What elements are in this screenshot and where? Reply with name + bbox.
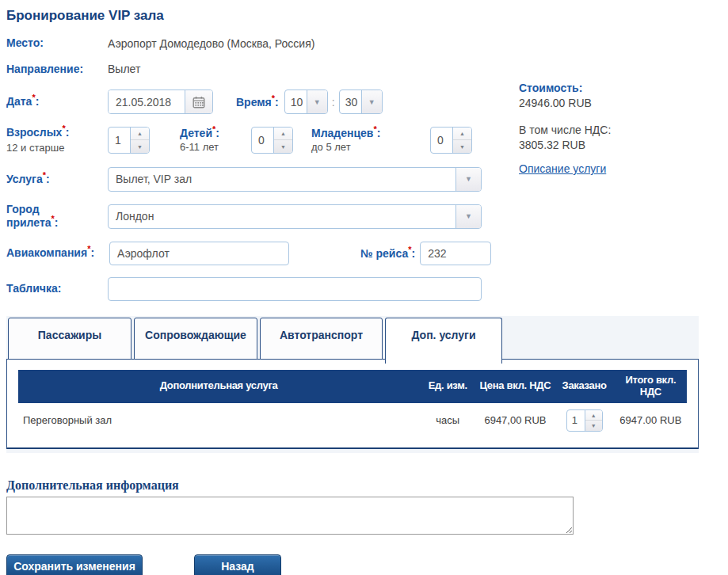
place-value: Аэропорт Домодедово (Москва, Россия) <box>108 37 314 50</box>
spin-up-icon[interactable]: ▲ <box>453 128 471 141</box>
column-header-total: Итого вкл. НДС <box>615 370 687 403</box>
spin-down-icon[interactable]: ▼ <box>453 140 471 153</box>
arrival-city-value: Лондон <box>109 205 455 228</box>
infants-stepper[interactable]: 0 ▲ ▼ <box>430 127 472 154</box>
date-label: Дата*: <box>6 95 108 109</box>
extra-services-table: Дополнительная услуга Ед. изм. Цена вкл.… <box>18 370 687 438</box>
children-stepper[interactable]: 0 ▲ ▼ <box>251 127 293 154</box>
additional-info-textarea[interactable] <box>6 497 574 535</box>
vat-label: В том числе НДС: <box>519 124 717 136</box>
column-header-price: Цена вкл. НДС <box>476 370 554 403</box>
tab-extra-services[interactable]: Доп. услуги <box>385 318 502 364</box>
vat-amount: 3805.32 RUB <box>519 139 717 151</box>
children-label: Детей*: 6-11 лет <box>180 127 251 153</box>
time-minute-select[interactable]: 30 ▼ <box>339 89 383 114</box>
service-unit-cell: часы <box>419 403 476 438</box>
chevron-down-icon[interactable]: ▼ <box>361 90 382 113</box>
adults-label: Взрослых*: 12 и старше <box>6 126 108 154</box>
direction-label: Направление: <box>6 63 108 77</box>
adults-value[interactable]: 1 <box>109 128 130 153</box>
column-header-ordered: Заказано <box>555 370 615 403</box>
save-button[interactable]: Сохранить изменения <box>6 554 143 575</box>
back-button[interactable]: Назад <box>194 554 281 575</box>
service-price-cell: 6947,00 RUB <box>476 403 554 438</box>
extra-services-panel: Дополнительная услуга Ед. изм. Цена вкл.… <box>6 359 699 449</box>
plate-label: Табличка: <box>6 282 108 296</box>
service-select[interactable]: Вылет, VIP зал ▼ <box>108 167 482 192</box>
plate-input[interactable] <box>108 277 482 301</box>
infants-value[interactable]: 0 <box>431 128 452 153</box>
spin-down-icon[interactable]: ▼ <box>131 140 149 153</box>
airline-input[interactable] <box>109 242 289 265</box>
time-hour-value: 10 <box>285 90 307 113</box>
service-label: Услуга*: <box>6 173 108 187</box>
ordered-quantity-value[interactable]: 1 <box>567 410 585 431</box>
time-label: Время*: <box>236 96 279 109</box>
tab-transport[interactable]: Автотранспорт <box>260 318 383 360</box>
service-value: Вылет, VIP зал <box>109 168 455 191</box>
spin-down-icon[interactable]: ▼ <box>274 140 292 153</box>
arrival-city-select[interactable]: Лондон ▼ <box>108 204 482 229</box>
ordered-quantity-stepper[interactable]: 1 ▲ ▼ <box>566 409 603 432</box>
direction-value: Вылет <box>108 63 140 75</box>
infants-sublabel: до 5 лет <box>311 141 430 153</box>
cost-title: Стоимость: <box>519 82 717 94</box>
chevron-down-icon[interactable]: ▼ <box>455 168 481 191</box>
tabs-widget: Пассажиры Сопровождающие Автотранспорт Д… <box>6 316 699 453</box>
date-input[interactable] <box>109 90 185 113</box>
service-name-cell: Переговорный зал <box>18 403 419 438</box>
time-minute-value: 30 <box>340 90 361 113</box>
chevron-down-icon[interactable]: ▼ <box>455 205 481 228</box>
place-label: Место: <box>6 36 108 51</box>
table-header-row: Дополнительная услуга Ед. изм. Цена вкл.… <box>18 370 687 403</box>
spin-up-icon[interactable]: ▲ <box>131 128 149 141</box>
date-field[interactable] <box>108 89 213 114</box>
spin-up-icon[interactable]: ▲ <box>585 410 602 421</box>
page-title: Бронирование VIP зала <box>6 8 722 24</box>
time-hour-select[interactable]: 10 ▼ <box>284 89 328 114</box>
airline-label: Авиакомпания*: <box>6 246 109 261</box>
arrival-city-label: Город прилета*: <box>6 203 108 230</box>
chevron-down-icon[interactable]: ▼ <box>307 90 327 113</box>
adults-stepper[interactable]: 1 ▲ ▼ <box>108 127 150 154</box>
column-header-service: Дополнительная услуга <box>18 370 419 403</box>
flight-number-input[interactable] <box>420 242 491 265</box>
service-total-cell: 6947.00 RUB <box>615 403 687 438</box>
tab-escorts[interactable]: Сопровождающие <box>134 318 257 360</box>
tab-bar: Пассажиры Сопровождающие Автотранспорт Д… <box>6 318 699 360</box>
children-sublabel: 6-11 лет <box>180 141 251 153</box>
children-value[interactable]: 0 <box>252 128 273 153</box>
time-separator: : <box>332 96 335 109</box>
column-header-unit: Ед. изм. <box>419 370 476 403</box>
spin-up-icon[interactable]: ▲ <box>274 128 292 141</box>
infants-label: Младенцев*: до 5 лет <box>311 127 430 153</box>
service-description-link[interactable]: Описание услуги <box>519 162 606 175</box>
cost-amount: 24946.00 RUB <box>519 97 717 109</box>
additional-info-title: Дополнительная информация <box>6 478 722 493</box>
spin-down-icon[interactable]: ▼ <box>585 421 602 431</box>
calendar-icon[interactable] <box>185 90 212 113</box>
flight-number-label: № рейса*: <box>360 247 415 260</box>
adults-sublabel: 12 и старше <box>6 142 108 154</box>
cost-panel: Стоимость: 24946.00 RUB В том числе НДС:… <box>519 82 717 175</box>
service-ordered-cell: 1 ▲ ▼ <box>555 403 615 438</box>
table-row: Переговорный зал часы 6947,00 RUB 1 ▲ ▼ … <box>18 403 687 438</box>
tab-passengers[interactable]: Пассажиры <box>8 318 131 360</box>
